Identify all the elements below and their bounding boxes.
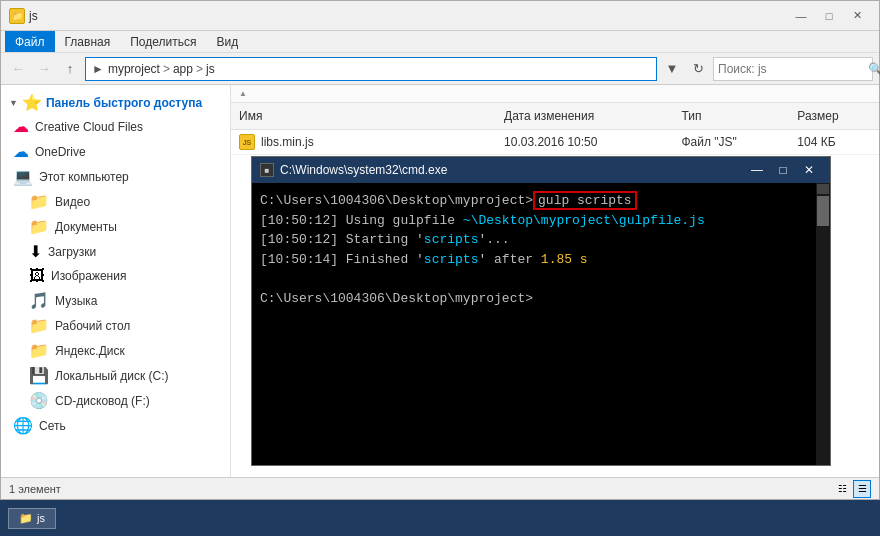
close-button[interactable]: ✕ (843, 6, 871, 26)
quick-access-icon: ⭐ (22, 93, 42, 112)
explorer-window: 📁 js — □ ✕ Файл Главная Поделиться Вид ←… (0, 0, 880, 500)
cmd-line-1: C:\Users\1004306\Desktop\myproject>gulp … (260, 191, 822, 211)
sidebar-item-quick-access[interactable]: ▼ ⭐ Панель быстрого доступа (1, 89, 230, 114)
yandex-disk-icon: 📁 (29, 341, 49, 360)
cmd-line-2: [10:50:12] Using gulpfile ~\Desktop\mypr… (260, 211, 822, 231)
menu-home[interactable]: Главная (55, 31, 121, 52)
col-type[interactable]: Тип (673, 107, 789, 125)
sidebar-item-cd-drive[interactable]: 💿 CD-дисковод (F:) (1, 388, 230, 413)
taskbar-item-explorer[interactable]: 📁 js (8, 508, 56, 529)
cmd-command-highlighted: gulp scripts (533, 191, 637, 210)
cmd-scripts-1: scripts (424, 232, 479, 247)
col-type-label: Тип (681, 109, 701, 123)
documents-icon: 📁 (29, 217, 49, 236)
quick-access-arrow: ▼ (9, 98, 18, 108)
cmd-title-bar: ■ C:\Windows\system32\cmd.exe — □ ✕ (252, 157, 830, 183)
cmd-controls: — □ ✕ (744, 160, 822, 180)
onedrive-icon: ☁ (13, 142, 29, 161)
sidebar-item-images[interactable]: 🖼 Изображения (1, 264, 230, 288)
sidebar-item-downloads[interactable]: ⬇ Загрузки (1, 239, 230, 264)
address-bar: ← → ↑ ► myproject > app > js ▼ ↻ 🔍 (1, 53, 879, 85)
desktop-icon: 📁 (29, 316, 49, 335)
cmd-title-left: ■ C:\Windows\system32\cmd.exe (260, 163, 447, 177)
search-box: 🔍 (713, 57, 873, 81)
creative-cloud-icon: ☁ (13, 117, 29, 136)
cmd-gulpfile-link: ~\Desktop\myproject\gulpfile.js (463, 213, 705, 228)
menu-file[interactable]: Файл (5, 31, 55, 52)
cmd-scripts-2: scripts (424, 252, 479, 267)
cmd-maximize-button[interactable]: □ (770, 160, 796, 180)
file-row[interactable]: JS libs.min.js 10.03.2016 10:50 Файл "JS… (231, 130, 879, 155)
taskbar-item-label: js (37, 512, 45, 524)
sidebar-item-creative-cloud[interactable]: ☁ Creative Cloud Files (1, 114, 230, 139)
back-button[interactable]: ← (7, 58, 29, 80)
refresh-button[interactable]: ↻ (687, 58, 709, 80)
cmd-line-3: [10:50:12] Starting 'scripts'... (260, 230, 822, 250)
cmd-title-text: C:\Windows\system32\cmd.exe (280, 163, 447, 177)
computer-label: Этот компьютер (39, 170, 129, 184)
minimize-button[interactable]: — (787, 6, 815, 26)
network-label: Сеть (39, 419, 66, 433)
cd-drive-label: CD-дисковод (F:) (55, 394, 150, 408)
desktop-label: Рабочий стол (55, 319, 130, 333)
status-bar: 1 элемент ☷ ☰ (1, 477, 879, 499)
cmd-window[interactable]: ■ C:\Windows\system32\cmd.exe — □ ✕ C:\U… (251, 156, 831, 466)
cmd-minimize-button[interactable]: — (744, 160, 770, 180)
cd-drive-icon: 💿 (29, 391, 49, 410)
up-button[interactable]: ↑ (59, 58, 81, 80)
file-name-text: libs.min.js (261, 135, 314, 149)
cmd-line-5 (260, 269, 822, 289)
title-controls: — □ ✕ (787, 6, 871, 26)
sidebar-item-desktop[interactable]: 📁 Рабочий стол (1, 313, 230, 338)
yandex-disk-label: Яндекс.Диск (55, 344, 125, 358)
dropdown-button[interactable]: ▼ (661, 58, 683, 80)
sidebar-item-local-disk[interactable]: 💾 Локальный диск (C:) (1, 363, 230, 388)
view-controls: ☷ ☰ (833, 480, 871, 498)
cmd-prompt-1: C:\Users\1004306\Desktop\myproject> (260, 193, 533, 208)
file-name-cell: JS libs.min.js (231, 134, 496, 150)
taskbar: 📁 js (0, 500, 880, 536)
cmd-icon: ■ (260, 163, 274, 177)
file-date-cell: 10.03.2016 10:50 (496, 135, 673, 149)
cmd-scrollbar[interactable] (816, 183, 830, 465)
sidebar-item-documents[interactable]: 📁 Документы (1, 214, 230, 239)
menu-view[interactable]: Вид (206, 31, 248, 52)
cmd-body: C:\Users\1004306\Desktop\myproject>gulp … (252, 183, 830, 465)
images-icon: 🖼 (29, 267, 45, 285)
local-disk-icon: 💾 (29, 366, 49, 385)
documents-label: Документы (55, 220, 117, 234)
list-view-button[interactable]: ☷ (833, 480, 851, 498)
address-path[interactable]: ► myproject > app > js (85, 57, 657, 81)
js-file-icon: JS (239, 134, 255, 150)
menu-share[interactable]: Поделиться (120, 31, 206, 52)
col-name-label: Имя (239, 109, 262, 123)
sidebar-item-video[interactable]: 📁 Видео (1, 189, 230, 214)
search-icon: 🔍 (868, 62, 880, 76)
maximize-button[interactable]: □ (815, 6, 843, 26)
column-headers: Имя Дата изменения Тип Размер (231, 103, 879, 130)
explorer-icon: 📁 (9, 8, 25, 24)
music-icon: 🎵 (29, 291, 49, 310)
window-title: js (29, 9, 38, 23)
col-date-label: Дата изменения (504, 109, 594, 123)
col-name[interactable]: Имя (231, 107, 496, 125)
crumb-app: app (173, 62, 193, 76)
details-view-button[interactable]: ☰ (853, 480, 871, 498)
search-input[interactable] (718, 62, 868, 76)
file-type-cell: Файл "JS" (673, 135, 789, 149)
sort-arrow: ▲ (239, 89, 247, 98)
sidebar-item-this-computer[interactable]: 💻 Этот компьютер (1, 164, 230, 189)
forward-button[interactable]: → (33, 58, 55, 80)
sidebar-item-onedrive[interactable]: ☁ OneDrive (1, 139, 230, 164)
col-date[interactable]: Дата изменения (496, 107, 673, 125)
crumb-js: js (206, 62, 215, 76)
title-bar-left: 📁 js (9, 8, 38, 24)
cmd-close-button[interactable]: ✕ (796, 160, 822, 180)
sidebar-item-network[interactable]: 🌐 Сеть (1, 413, 230, 438)
col-size[interactable]: Размер (789, 107, 879, 125)
onedrive-label: OneDrive (35, 145, 86, 159)
sidebar-item-music[interactable]: 🎵 Музыка (1, 288, 230, 313)
local-disk-label: Локальный диск (C:) (55, 369, 169, 383)
sidebar: ▼ ⭐ Панель быстрого доступа ☁ Creative C… (1, 85, 231, 477)
sidebar-item-yandex-disk[interactable]: 📁 Яндекс.Диск (1, 338, 230, 363)
